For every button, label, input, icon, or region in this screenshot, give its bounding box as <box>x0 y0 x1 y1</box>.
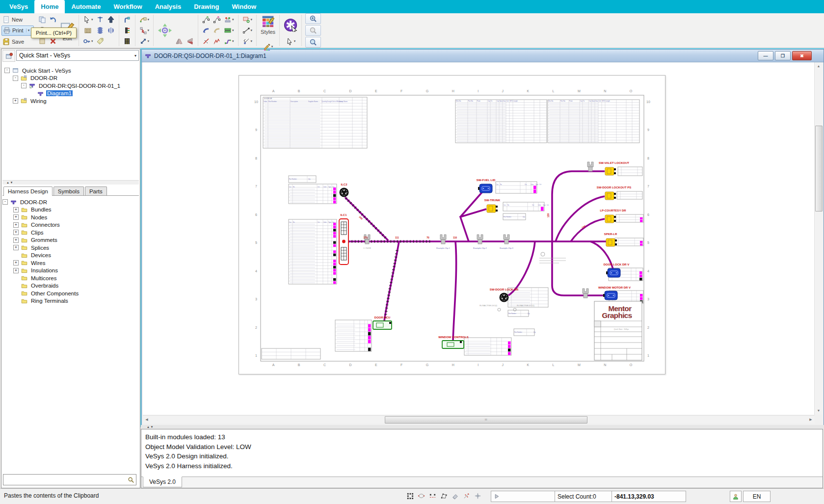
menu-item[interactable]: VeSys <box>3 0 34 13</box>
tree-item[interactable]: Other Components <box>2 290 139 297</box>
connector-sw-door-lockout-ps[interactable] <box>605 192 616 200</box>
wire-style-tool-button[interactable]: ▾ <box>138 14 151 25</box>
expander-icon[interactable]: + <box>13 260 19 265</box>
close-button[interactable]: ✖ <box>792 51 812 60</box>
dropdown-arrow-icon[interactable]: ▾ <box>271 45 273 49</box>
zoom3-button[interactable] <box>305 37 321 48</box>
menu-item[interactable]: Analysis <box>149 0 187 13</box>
library-tab[interactable]: Symbols <box>53 186 84 195</box>
connector-board-tool-button[interactable] <box>122 25 133 36</box>
clamp-tool-button[interactable] <box>106 25 116 36</box>
tree-item[interactable]: + Grommets <box>2 237 139 244</box>
tag-tool-button[interactable] <box>95 36 106 47</box>
diagram-window-titlebar[interactable]: DOOR-DR:QSI-DOOR-DR-01_1:Diagram1 — ❐ ✖ <box>142 50 824 62</box>
pan-tool-button[interactable] <box>156 20 174 41</box>
polygon-select-icon[interactable] <box>440 492 448 500</box>
print-dropdown-arrow-icon[interactable]: ▾ <box>26 28 30 32</box>
expander-icon[interactable]: + <box>13 207 19 212</box>
pin-tool-button[interactable]: ▾ <box>241 36 254 47</box>
tree-item[interactable]: - DOOR-DR <box>2 75 139 82</box>
connector-door-ecu[interactable] <box>373 321 392 329</box>
dropdown-arrow-icon[interactable]: ▾ <box>232 39 234 43</box>
dropdown-arrow-icon[interactable]: ▾ <box>148 18 150 22</box>
path-end-tool-button[interactable] <box>212 14 222 25</box>
dropdown-arrow-icon[interactable]: ▾ <box>91 39 93 43</box>
expander-icon[interactable]: + <box>13 238 19 243</box>
scribble-tool-button[interactable] <box>212 36 222 47</box>
console-tab-vesys[interactable]: VeSys 2.0 <box>143 477 182 487</box>
crosshair-icon[interactable] <box>474 492 481 500</box>
minimize-button[interactable]: — <box>758 51 773 60</box>
tree-item[interactable]: - DOOR-DR:QSI-DOOR-DR-01_1 <box>2 82 139 90</box>
expander-icon[interactable]: + <box>13 268 19 273</box>
connector-window-motor-drv[interactable] <box>603 291 617 300</box>
eraser-icon[interactable] <box>452 492 459 500</box>
dropdown-arrow-icon[interactable]: ▾ <box>294 39 296 43</box>
tree-item[interactable]: Multicores <box>2 274 139 282</box>
menu-item[interactable]: Workflow <box>107 0 148 13</box>
snap-grid-icon[interactable] <box>406 492 414 500</box>
expander-icon[interactable]: + <box>13 214 19 220</box>
search-input[interactable] <box>3 476 128 484</box>
script-run-field[interactable] <box>491 491 557 502</box>
vertical-scrollbar[interactable]: ▲ ▼ <box>814 62 823 415</box>
new-button[interactable]: New <box>1 15 34 24</box>
project-lock-button[interactable] <box>2 50 15 62</box>
dropdown-arrow-icon[interactable]: ▾ <box>251 39 253 43</box>
dashed-line-icon[interactable] <box>429 492 436 500</box>
tree-item[interactable]: + Splices <box>2 244 139 252</box>
library-tab[interactable]: Parts <box>85 186 107 195</box>
harness-bundles[interactable] <box>345 171 613 341</box>
expander-icon[interactable]: + <box>13 245 19 250</box>
menu-item[interactable]: Window <box>225 0 263 13</box>
route-tool-button[interactable]: ▾ <box>222 36 236 47</box>
connector-sw-trunk[interactable] <box>487 205 498 212</box>
dropdown-arrow-icon[interactable]: ▾ <box>91 18 93 22</box>
connector-lp-courtesy-dr[interactable] <box>605 215 616 223</box>
sweep-tool-button[interactable] <box>201 25 212 36</box>
vertical-scroll-thumb[interactable] <box>815 126 823 211</box>
user-button[interactable] <box>730 491 742 502</box>
connector-sw-valet-lockout[interactable] <box>605 167 616 175</box>
markup-pen-icon[interactable] <box>463 492 470 500</box>
sweep-copy-tool-button[interactable] <box>212 25 222 36</box>
promote-tool-button[interactable] <box>106 14 116 25</box>
tree-item[interactable]: + Insulations <box>2 267 139 275</box>
junction-tool-button[interactable]: ▾ <box>222 14 236 25</box>
expander-icon[interactable]: - <box>21 83 27 88</box>
connector-ilc2[interactable] <box>340 188 349 197</box>
menu-item[interactable]: Automate <box>65 0 107 13</box>
tree-item[interactable]: Overbraids <box>2 282 139 290</box>
path-start-tool-button[interactable] <box>201 14 212 25</box>
connector-ilc1[interactable] <box>339 219 348 265</box>
scroll-right-icon[interactable]: ▶ <box>807 416 815 424</box>
wire-route-tool-button[interactable]: ▾ <box>138 25 151 36</box>
tree-item[interactable]: + Wiring <box>2 97 139 105</box>
slash-tool-button[interactable] <box>201 36 212 47</box>
print-button[interactable]: Print ▾ <box>1 26 34 36</box>
clip-symbols[interactable] <box>364 162 593 298</box>
format-brush-tool-button[interactable]: ▾ <box>259 41 277 52</box>
play-icon[interactable] <box>494 493 500 500</box>
console-splitter[interactable]: ▲ ▼ <box>141 425 824 429</box>
dropdown-arrow-icon[interactable]: ▾ <box>251 18 253 22</box>
tree-item-door-dr[interactable]: - DOOR-DR <box>2 198 139 206</box>
dropdown-arrow-icon[interactable]: ▾ <box>232 28 234 32</box>
tree-item[interactable]: Ring Terminals <box>2 297 139 305</box>
expander-icon[interactable]: + <box>13 230 19 235</box>
key-tool-button[interactable]: ▾ <box>81 36 95 47</box>
rails-tool-button[interactable]: ▾ <box>222 25 236 36</box>
ellipse-select-icon[interactable] <box>418 492 425 500</box>
scroll-up-icon[interactable]: ▲ <box>815 62 823 70</box>
tree-item[interactable]: Devices <box>2 252 139 260</box>
library-tool-button[interactable] <box>81 25 95 36</box>
tree-item[interactable]: + Clips <box>2 229 139 237</box>
expander-icon[interactable]: + <box>13 222 19 228</box>
dropdown-arrow-icon[interactable]: ▾ <box>251 28 253 32</box>
styles-button[interactable]: Styles <box>259 9 277 41</box>
smart-select-tool-button[interactable] <box>282 14 299 36</box>
expander-icon[interactable]: - <box>2 199 8 205</box>
tree-item[interactable]: - Quick Start - VeSys <box>2 67 139 75</box>
menu-item[interactable]: Drawing <box>187 0 225 13</box>
scroll-down-icon[interactable]: ▼ <box>815 407 823 415</box>
